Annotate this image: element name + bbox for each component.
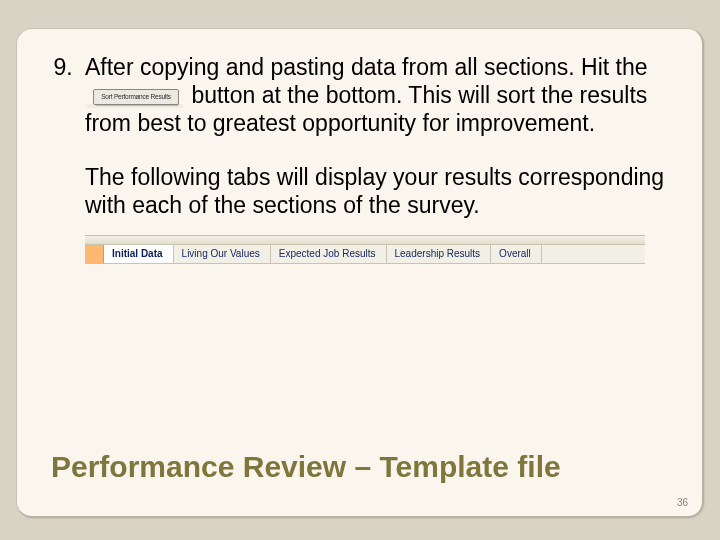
sheet-tab-leadership-results[interactable]: Leadership Results	[387, 245, 492, 263]
title-block: Performance Review – Template file	[51, 450, 668, 485]
page-number: 36	[677, 497, 688, 508]
sheet-tab-overall[interactable]: Overall	[491, 245, 542, 263]
sheet-tab-living-our-values[interactable]: Living Our Values	[174, 245, 271, 263]
sheet-tab-initial-data[interactable]: Initial Data	[104, 245, 174, 263]
sheet-tab-expected-job-results[interactable]: Expected Job Results	[271, 245, 387, 263]
button-label: Sort Performance Results	[93, 89, 179, 105]
sort-performance-results-button[interactable]: Sort Performance Results	[87, 88, 183, 108]
step-text-before: After copying and pasting data from all …	[85, 54, 648, 80]
spreadsheet-tabs-graphic: Initial DataLiving Our ValuesExpected Jo…	[85, 235, 645, 264]
slide-card: After copying and pasting data from all …	[16, 28, 704, 518]
body-content: After copying and pasting data from all …	[51, 53, 668, 264]
step-list: After copying and pasting data from all …	[51, 53, 668, 137]
slide-title: Performance Review – Template file	[51, 450, 668, 485]
paragraph-2: The following tabs will display your res…	[85, 163, 668, 219]
row-handle-icon	[85, 245, 104, 263]
step-item-9: After copying and pasting data from all …	[79, 53, 668, 137]
sheet-gutter	[85, 235, 645, 245]
sheet-tabs-row: Initial DataLiving Our ValuesExpected Jo…	[85, 245, 645, 264]
spacer	[51, 137, 668, 163]
